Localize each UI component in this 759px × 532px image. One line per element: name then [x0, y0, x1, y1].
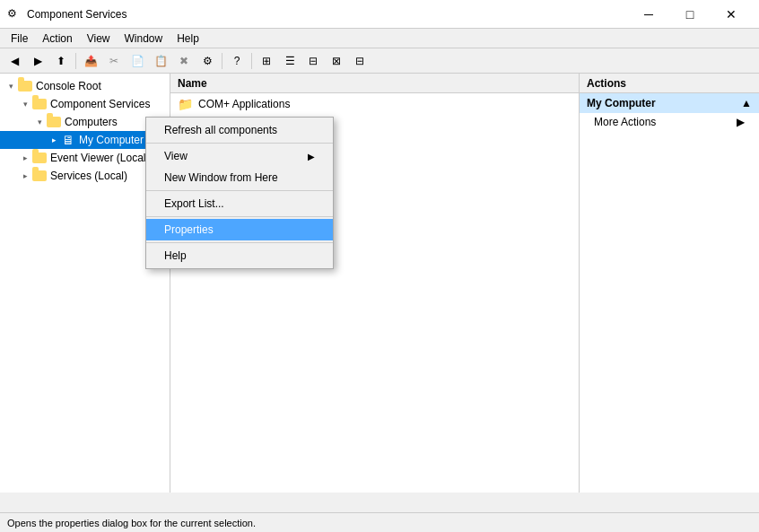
ctx-refresh-all[interactable]: Refresh all components	[146, 119, 333, 141]
toggle-services[interactable]: ▸	[18, 169, 32, 183]
tree-item-services-local[interactable]: ▸ Services (Local)	[0, 167, 170, 185]
toolbar-view3[interactable]: ⊟	[302, 50, 324, 72]
toolbar-sep-2	[222, 53, 222, 69]
content-header-name: Name	[178, 77, 207, 90]
toolbar-view1[interactable]: ⊞	[256, 50, 277, 72]
toolbar-delete[interactable]: ✖	[173, 50, 195, 72]
folder-icon-comp	[47, 115, 61, 129]
toolbar-sep-3	[251, 53, 252, 69]
content-item-com-label: COM+ Applications	[198, 98, 290, 110]
menu-file[interactable]: File	[4, 31, 35, 47]
ctx-sep-3	[146, 216, 333, 217]
menu-help[interactable]: Help	[170, 31, 206, 47]
toolbar-forward[interactable]: ▶	[27, 50, 48, 72]
minimize-button[interactable]: ─	[628, 0, 669, 29]
toolbar-up[interactable]: ⬆	[50, 50, 72, 72]
tree-label-computers: Computers	[65, 116, 118, 128]
folder-icon-ev	[32, 151, 47, 165]
toggle-console-root[interactable]: ▾	[4, 79, 18, 93]
title-bar-text: Component Services	[27, 8, 628, 21]
actions-more-label: More Actions	[594, 116, 656, 128]
toolbar-help[interactable]: ?	[226, 50, 248, 72]
actions-pane: Actions My Computer ▲ More Actions ▶	[580, 74, 759, 493]
menu-bar: File Action View Window Help	[0, 29, 759, 48]
ctx-sep-2	[146, 190, 333, 191]
ctx-refresh-label: Refresh all components	[164, 124, 277, 136]
toolbar-paste[interactable]: 📋	[150, 50, 171, 72]
toggle-event-viewer[interactable]: ▸	[18, 151, 32, 165]
menu-view[interactable]: View	[80, 31, 118, 47]
toolbar-view5[interactable]: ⊟	[349, 50, 371, 72]
actions-collapse-icon: ▲	[741, 97, 752, 109]
ctx-view-label: View	[164, 150, 188, 162]
folder-com-icon: 📁	[178, 97, 193, 111]
ctx-view[interactable]: View ▶	[146, 145, 333, 167]
folder-icon-svc	[32, 169, 47, 183]
tree-label-component-services: Component Services	[50, 98, 150, 110]
ctx-help-label: Help	[164, 249, 187, 262]
actions-more-actions[interactable]: More Actions ▶	[580, 113, 759, 131]
app-icon: ⚙	[7, 7, 22, 22]
content-header: Name	[170, 74, 579, 93]
menu-action[interactable]: Action	[35, 31, 79, 47]
ctx-help[interactable]: Help	[146, 245, 333, 266]
ctx-new-window-label: New Window from Here	[164, 171, 278, 184]
folder-icon	[18, 79, 32, 93]
toolbar-view4[interactable]: ⊠	[326, 50, 347, 72]
toolbar-properties[interactable]: ⚙	[196, 50, 218, 72]
status-bar: Opens the properties dialog box for the …	[0, 512, 759, 532]
toolbar-copy[interactable]: 📄	[126, 50, 148, 72]
status-text: Opens the properties dialog box for the …	[7, 518, 256, 528]
ctx-properties[interactable]: Properties	[146, 219, 333, 240]
toggle-computers[interactable]: ▾	[32, 115, 47, 129]
actions-header: Actions	[580, 74, 759, 93]
tree-label-console-root: Console Root	[36, 80, 101, 92]
toolbar-cut[interactable]: ✂	[103, 50, 125, 72]
ctx-export-label: Export List...	[164, 197, 224, 210]
tree-item-console-root[interactable]: ▾ Console Root	[0, 77, 170, 95]
actions-section-my-computer[interactable]: My Computer ▲	[580, 93, 759, 113]
ctx-sep-4	[146, 242, 333, 243]
monitor-icon: 🖥	[61, 133, 75, 147]
toggle-my-computer[interactable]: ▸	[47, 133, 61, 147]
close-button[interactable]: ✕	[711, 0, 752, 29]
toolbar-export[interactable]: 📤	[80, 50, 101, 72]
window-controls: ─ □ ✕	[628, 0, 752, 29]
toolbar: ◀ ▶ ⬆ 📤 ✂ 📄 📋 ✖ ⚙ ? ⊞ ☰ ⊟ ⊠ ⊟	[0, 48, 759, 74]
tree-label-my-computer: My Computer	[79, 134, 144, 146]
menu-window[interactable]: Window	[118, 31, 170, 47]
ctx-export-list[interactable]: Export List...	[146, 193, 333, 214]
tree-label-services-local: Services (Local)	[50, 170, 127, 182]
tree-label-event-viewer: Event Viewer (Local)	[50, 152, 150, 164]
title-bar: ⚙ Component Services ─ □ ✕	[0, 0, 759, 29]
tree-item-computers[interactable]: ▾ Computers	[0, 113, 170, 131]
tree-item-my-computer[interactable]: ▸ 🖥 My Computer	[0, 131, 170, 149]
toggle-component-services[interactable]: ▾	[18, 97, 32, 111]
toolbar-sep-1	[75, 53, 76, 69]
content-item-com-apps[interactable]: 📁 COM+ Applications	[170, 93, 579, 115]
tree-item-component-services[interactable]: ▾ Component Services	[0, 95, 170, 113]
tree-item-event-viewer[interactable]: ▸ Event Viewer (Local)	[0, 149, 170, 167]
actions-arrow-icon: ▶	[737, 116, 745, 128]
context-menu: Refresh all components View ▶ New Window…	[145, 117, 334, 269]
folder-icon-cs	[32, 97, 47, 111]
ctx-properties-label: Properties	[164, 223, 214, 236]
main-layout: ▾ Console Root ▾ Component Services ▾ Co…	[0, 74, 759, 493]
toolbar-back[interactable]: ◀	[4, 50, 25, 72]
actions-section-label: My Computer	[587, 97, 656, 109]
ctx-sep-1	[146, 143, 333, 144]
restore-button[interactable]: □	[669, 0, 711, 29]
toolbar-view2[interactable]: ☰	[279, 50, 301, 72]
ctx-new-window[interactable]: New Window from Here	[146, 167, 333, 188]
ctx-view-arrow: ▶	[308, 152, 315, 161]
